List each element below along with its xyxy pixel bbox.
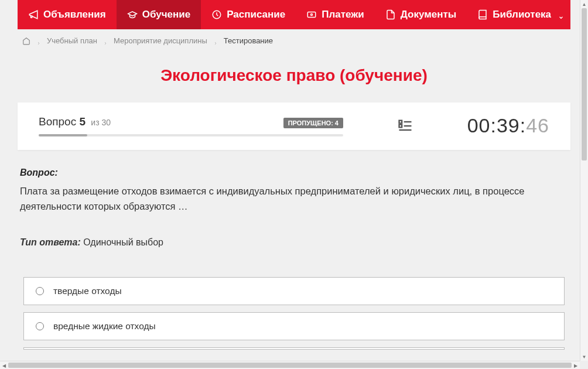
question-content: Вопрос: Плата за размещение отходов взим… — [18, 150, 570, 356]
option-radio[interactable] — [36, 322, 44, 330]
scroll-thumb[interactable] — [582, 8, 587, 160]
nav-label: Документы — [401, 9, 457, 20]
nav-announcements[interactable]: Объявления — [18, 0, 117, 29]
scroll-up-arrow[interactable]: ▲ — [580, 0, 588, 8]
option-radio[interactable] — [36, 287, 44, 295]
nav-documents[interactable]: Документы — [375, 0, 467, 29]
breadcrumb: Учебный план Мероприятие дисциплины Тест… — [18, 29, 570, 52]
svg-point-2 — [311, 14, 313, 16]
progress-fill — [39, 134, 87, 136]
svg-rect-1 — [307, 12, 316, 18]
nav-schedule[interactable]: Расписание — [201, 0, 296, 29]
scroll-right-arrow[interactable]: ▶ — [572, 361, 580, 369]
payment-icon — [306, 9, 317, 20]
home-icon[interactable] — [22, 37, 30, 45]
progress-bar — [39, 134, 343, 136]
megaphone-icon — [28, 9, 39, 20]
answer-type: Тип ответа: Одиночный выбор — [20, 237, 568, 248]
breadcrumb-current: Тестирование — [224, 36, 273, 45]
chevron-right-icon — [213, 39, 218, 43]
progress-block: Вопрос 5 из 30 ПРОПУЩЕНО: 4 — [39, 115, 343, 136]
question-list-icon[interactable] — [397, 118, 413, 134]
document-icon — [385, 9, 396, 20]
nav-label: Библиотека — [493, 9, 551, 20]
scroll-thumb[interactable] — [8, 363, 572, 368]
option-item[interactable]: вредные жидкие отходы — [23, 312, 565, 340]
horizontal-scrollbar[interactable]: ◀ ▶ — [0, 361, 588, 369]
question-text: Плата за размещение отходов взимается с … — [20, 184, 568, 214]
skipped-badge: ПРОПУЩЕНО: 4 — [283, 118, 343, 128]
scroll-down-arrow[interactable]: ▼ — [580, 353, 588, 361]
nav-learning[interactable]: Обучение — [117, 0, 201, 29]
vertical-scrollbar[interactable]: ▲ ▼ — [580, 0, 588, 361]
chevron-right-icon — [103, 39, 108, 43]
nav-label: Расписание — [227, 9, 285, 20]
quiz-status-card: Вопрос 5 из 30 ПРОПУЩЕНО: 4 00:39:46 — [18, 102, 570, 150]
chevron-down-icon — [558, 12, 564, 18]
scroll-left-arrow[interactable]: ◀ — [0, 361, 8, 369]
options-list: твердые отходы вредные жидкие отходы — [20, 277, 568, 350]
question-counter: Вопрос 5 из 30 — [39, 115, 111, 128]
nav-label: Объявления — [43, 9, 106, 20]
nav-label: Платежи — [322, 9, 364, 20]
breadcrumb-link[interactable]: Учебный план — [47, 36, 97, 45]
option-text: вредные жидкие отходы — [53, 321, 156, 332]
nav-label: Обучение — [142, 9, 190, 20]
question-label: Вопрос: — [20, 168, 568, 178]
scroll-corner — [580, 361, 588, 369]
svg-rect-3 — [399, 120, 402, 123]
option-item-partial — [23, 347, 565, 350]
option-text: твердые отходы — [53, 286, 122, 296]
nav-library[interactable]: Библиотека — [467, 0, 575, 29]
page-title: Экологическое право (обучение) — [18, 66, 570, 85]
breadcrumb-link[interactable]: Мероприятие дисциплины — [114, 36, 207, 45]
nav-payments[interactable]: Платежи — [296, 0, 375, 29]
timer: 00:39:46 — [467, 114, 549, 137]
book-icon — [477, 9, 488, 20]
graduation-icon — [127, 9, 138, 20]
main-nav: Объявления Обучение Расписание Платежи Д… — [18, 0, 570, 29]
clock-icon — [211, 9, 222, 20]
option-item[interactable]: твердые отходы — [23, 277, 565, 305]
svg-rect-5 — [399, 124, 402, 127]
chevron-right-icon — [36, 39, 41, 43]
